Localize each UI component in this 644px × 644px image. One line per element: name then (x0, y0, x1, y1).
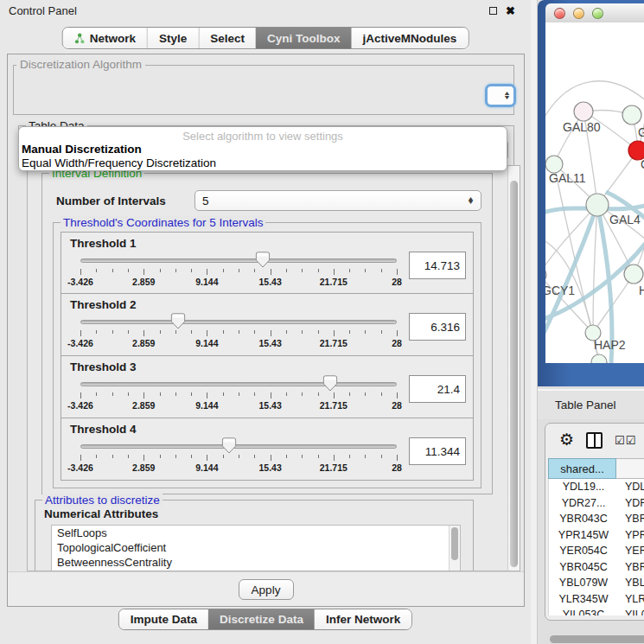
algorithm-combo[interactable]: ▲▼ (485, 84, 516, 107)
tab-network[interactable]: Network (63, 28, 147, 48)
tab-impute-data[interactable]: Impute Data (119, 609, 208, 629)
table-row[interactable]: YDL19...YDL1 (549, 479, 644, 495)
tick (191, 392, 192, 396)
network-canvas[interactable]: GAL80 G C GAL11 GAL4 GCY1 H HAP2 (545, 22, 644, 363)
threshold-value-field[interactable]: 14.713 (409, 252, 466, 279)
float-window-icon[interactable] (489, 7, 497, 15)
tick (381, 269, 382, 272)
table-panel-titlebar: Table Panel (538, 389, 644, 419)
cell-shared-name[interactable]: YLR345W (549, 593, 618, 605)
cell-shared-name[interactable]: YIL053C (549, 609, 618, 615)
table-row[interactable]: YER054CYER0 (549, 543, 644, 559)
cell-name[interactable]: YER0 (618, 545, 644, 557)
table-row[interactable]: YLR345WYLR3 (549, 591, 644, 608)
threshold-slider[interactable]: -3.4262.8599.14415.4321.71528 (80, 233, 397, 293)
cell-shared-name[interactable]: YBR045C (549, 561, 618, 573)
window-minimize-icon[interactable] (573, 8, 584, 19)
cell-name[interactable]: YBR0 (618, 513, 644, 525)
window-zoom-icon[interactable] (592, 8, 603, 19)
list-scrollbar[interactable] (449, 526, 460, 571)
table-hscrollbar[interactable] (550, 635, 644, 644)
table-row[interactable]: YPR145WYPR1 (549, 527, 644, 544)
node-gcy1[interactable] (545, 267, 546, 283)
window-close-icon[interactable] (554, 8, 565, 19)
tick-label: 2.859 (132, 338, 155, 348)
node-g[interactable] (622, 105, 641, 124)
cell-shared-name[interactable]: YBL079W (549, 577, 618, 589)
number-of-intervals-combo[interactable]: 5 ▲▼ (194, 190, 481, 211)
slider-thumb[interactable] (323, 375, 338, 392)
slider-thumb[interactable] (222, 437, 237, 454)
tab-infer-network[interactable]: Infer Network (315, 609, 411, 629)
cell-shared-name[interactable]: YPR145W (549, 529, 618, 541)
threshold-slider[interactable]: -3.4262.8599.14415.4321.71528 (80, 356, 397, 418)
cell-name[interactable]: YDL1 (618, 481, 644, 493)
cell-name[interactable]: YBR0 (618, 561, 644, 573)
scrollbar-thumb[interactable] (550, 635, 644, 643)
slider-track[interactable] (80, 320, 397, 324)
tick-label: 9.144 (195, 400, 218, 411)
scrollbar-thumb[interactable] (451, 527, 458, 560)
node-h[interactable] (624, 265, 643, 284)
cell-shared-name[interactable]: YDR27... (549, 497, 618, 509)
algorithm-groupbox (13, 65, 514, 115)
tick (365, 269, 366, 272)
dropdown-option-equal-width[interactable]: Equal Width/Frequency Discretization (22, 156, 216, 169)
settings-scrollbar[interactable] (507, 166, 520, 571)
slider-track[interactable] (80, 382, 397, 386)
table-row[interactable]: YBR043CYBR0 (549, 511, 644, 527)
panel-splitter[interactable] (531, 0, 538, 644)
table-row[interactable]: YIL053CYIL0 (549, 607, 644, 615)
table-row[interactable]: YDR27...YDR2 (549, 495, 644, 512)
tick (397, 392, 398, 399)
node-bottom[interactable] (591, 354, 607, 363)
slider-thumb[interactable] (256, 252, 271, 268)
cell-name[interactable]: YDR2 (618, 497, 644, 509)
cell-name[interactable]: YIL0 (618, 609, 644, 615)
network-window-titlebar[interactable] (545, 3, 644, 22)
tick (286, 392, 287, 396)
dropdown-option-manual[interactable]: Manual Discretization (22, 143, 142, 156)
scrollbar-thumb[interactable] (510, 181, 518, 567)
select-columns-icon[interactable]: ☑☑ (615, 434, 636, 447)
list-item[interactable]: SelfLoops (52, 526, 460, 540)
threshold-slider[interactable]: -3.4262.8599.14415.4321.71528 (80, 294, 397, 355)
threshold-value-field[interactable]: 11.344 (409, 437, 466, 465)
tick (365, 330, 366, 334)
tab-style[interactable]: Style (147, 28, 198, 48)
network-icon (74, 33, 86, 44)
slider-thumb[interactable] (171, 313, 186, 329)
split-columns-icon[interactable] (586, 432, 603, 449)
cell-shared-name[interactable]: YER054C (549, 545, 618, 557)
node-gal80[interactable] (574, 102, 593, 121)
threshold-slider[interactable]: -3.4262.8599.14415.4321.71528 (80, 418, 397, 480)
list-item[interactable]: TopologicalCoefficient (52, 540, 460, 555)
threshold-value-field[interactable]: 6.316 (409, 313, 466, 341)
tick-label: 28 (392, 277, 402, 287)
cell-name[interactable]: YBL0 (618, 577, 644, 589)
list-item[interactable]: BetweennessCentrality (52, 555, 460, 570)
apply-button[interactable]: Apply (239, 579, 294, 600)
cell-name[interactable]: YLR3 (618, 593, 644, 605)
cell-name[interactable]: YPR1 (618, 529, 644, 541)
table-row[interactable]: YBR045CYBR0 (549, 559, 644, 576)
slider-track[interactable] (80, 258, 397, 263)
slider-track[interactable] (80, 444, 397, 449)
tab-jactivemnodules[interactable]: jActiveMNodules (352, 28, 469, 48)
threshold-value-field[interactable]: 21.4 (409, 375, 466, 403)
cell-shared-name[interactable]: YDL19... (549, 481, 618, 493)
tab-discretize-data[interactable]: Discretize Data (208, 609, 315, 629)
table-row[interactable]: YBL079WYBL0 (549, 575, 644, 591)
node-gal11[interactable] (545, 156, 563, 173)
close-icon[interactable]: ✖ (506, 7, 515, 16)
column-header-shared-name[interactable]: shared... (548, 458, 616, 479)
tick (143, 330, 144, 336)
tab-cyni-toolbox[interactable]: Cyni Toolbox (256, 28, 352, 48)
cell-shared-name[interactable]: YBR043C (549, 513, 618, 525)
column-header-name[interactable]: na (616, 458, 644, 479)
tab-select[interactable]: Select (198, 28, 256, 48)
network-view-window[interactable]: GAL80 G C GAL11 GAL4 GCY1 H HAP2 (538, 0, 644, 386)
gear-icon[interactable]: ⚙ (559, 432, 574, 448)
node-gal4[interactable] (586, 194, 609, 216)
network-nodes[interactable] (545, 102, 644, 363)
